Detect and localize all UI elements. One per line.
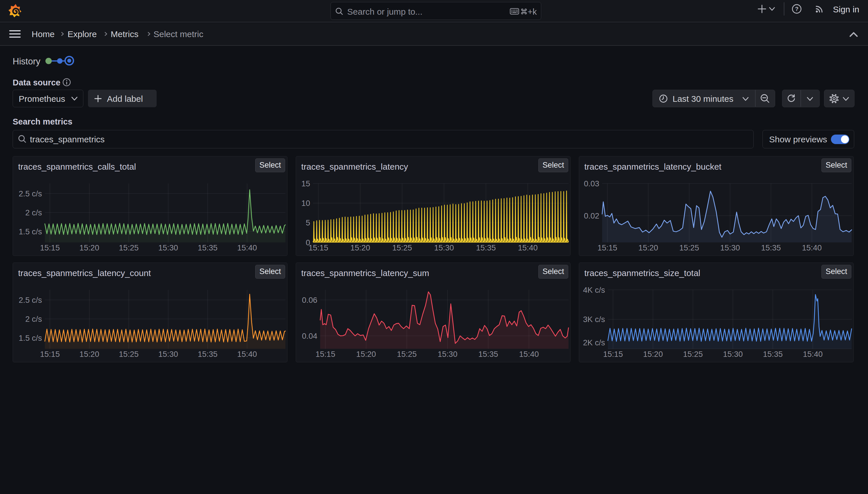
svg-text:15:40: 15:40: [237, 350, 257, 359]
svg-text:15:25: 15:25: [392, 243, 412, 252]
svg-text:15:15: 15:15: [597, 243, 617, 252]
svg-text:0.04: 0.04: [302, 331, 317, 340]
svg-text:15:30: 15:30: [158, 350, 178, 359]
svg-text:15:15: 15:15: [603, 350, 623, 359]
svg-text:15:25: 15:25: [119, 350, 139, 359]
svg-text:15:20: 15:20: [356, 350, 376, 359]
svg-text:0.06: 0.06: [302, 296, 317, 304]
svg-text:15:35: 15:35: [198, 243, 218, 252]
svg-text:15: 15: [301, 179, 310, 188]
svg-text:10: 10: [301, 199, 310, 208]
svg-text:15:35: 15:35: [476, 243, 496, 252]
svg-text:15:25: 15:25: [119, 243, 139, 252]
svg-text:15:20: 15:20: [350, 243, 370, 252]
svg-text:4K c/s: 4K c/s: [583, 286, 605, 294]
svg-text:15:30: 15:30: [720, 243, 740, 252]
svg-text:15:35: 15:35: [198, 350, 218, 359]
svg-text:5: 5: [306, 218, 310, 227]
svg-text:1.5 c/s: 1.5 c/s: [19, 227, 42, 236]
svg-text:0.02: 0.02: [584, 211, 599, 220]
svg-text:15:25: 15:25: [679, 243, 699, 252]
svg-text:15:35: 15:35: [763, 350, 783, 359]
svg-text:15:35: 15:35: [478, 350, 498, 359]
svg-text:0.03: 0.03: [584, 179, 599, 188]
svg-text:15:15: 15:15: [40, 243, 60, 252]
svg-text:2.5 c/s: 2.5 c/s: [19, 296, 42, 304]
svg-text:15:15: 15:15: [40, 350, 60, 359]
svg-text:15:40: 15:40: [519, 350, 539, 359]
svg-text:15:30: 15:30: [158, 243, 178, 252]
svg-text:3K c/s: 3K c/s: [583, 315, 605, 324]
svg-text:1.5 c/s: 1.5 c/s: [19, 334, 42, 342]
svg-text:2.5 c/s: 2.5 c/s: [19, 189, 42, 198]
svg-text:15:15: 15:15: [309, 243, 328, 252]
svg-text:15:30: 15:30: [438, 350, 458, 359]
svg-text:2 c/s: 2 c/s: [25, 208, 42, 217]
svg-text:15:35: 15:35: [761, 243, 781, 252]
svg-text:2K c/s: 2K c/s: [583, 338, 605, 347]
svg-text:15:40: 15:40: [803, 350, 823, 359]
svg-text:0: 0: [306, 238, 310, 247]
svg-text:15:20: 15:20: [79, 350, 99, 359]
svg-text:15:40: 15:40: [518, 243, 538, 252]
svg-text:?: ?: [795, 6, 798, 12]
svg-text:15:40: 15:40: [237, 243, 257, 252]
svg-text:15:20: 15:20: [638, 243, 658, 252]
svg-text:2 c/s: 2 c/s: [25, 315, 42, 323]
svg-text:15:20: 15:20: [79, 243, 99, 252]
svg-text:15:25: 15:25: [683, 350, 703, 359]
svg-text:15:15: 15:15: [316, 350, 335, 359]
svg-text:15:40: 15:40: [802, 243, 822, 252]
svg-text:15:30: 15:30: [723, 350, 743, 359]
svg-text:15:25: 15:25: [397, 350, 417, 359]
svg-text:15:30: 15:30: [434, 243, 454, 252]
svg-text:15:20: 15:20: [643, 350, 663, 359]
